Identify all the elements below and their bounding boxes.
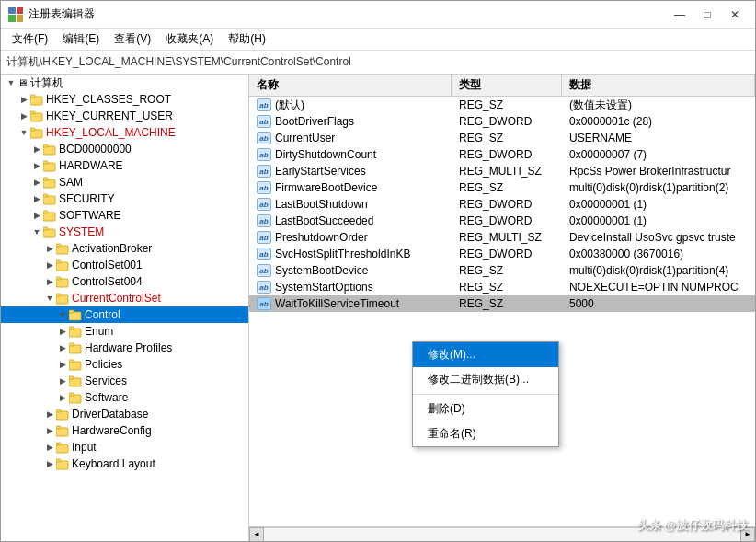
table-row[interactable]: ab EarlyStartServices REG_MULTI_SZ RpcSs… <box>249 163 755 179</box>
tree-item-software-sub[interactable]: ▶ Software <box>1 389 248 406</box>
expand-security[interactable]: ▶ <box>30 192 43 205</box>
main-window: 注册表编辑器 — □ ✕ 文件(F) 编辑(E) 查看(V) 收藏夹(A) 帮助… <box>0 0 756 542</box>
expand-controlset001[interactable]: ▶ <box>43 259 56 271</box>
value-name: SystemStartOptions <box>275 281 373 294</box>
svg-rect-17 <box>43 227 48 230</box>
tree-item-sam[interactable]: ▶ SAM <box>1 174 248 190</box>
context-menu-item-modify[interactable]: 修改(M)... <box>413 342 558 367</box>
tree-item-computer[interactable]: ▼ 🖥 计算机 <box>1 75 248 91</box>
expand-controlset004[interactable]: ▶ <box>43 275 56 288</box>
title-bar: 注册表编辑器 — □ ✕ <box>1 1 755 29</box>
expand-hardwareconfig[interactable]: ▶ <box>43 424 56 437</box>
tree-item-hardware[interactable]: ▶ HARDWARE <box>1 157 248 174</box>
horizontal-scrollbar[interactable]: ◄ ► <box>249 526 755 541</box>
menu-view[interactable]: 查看(V) <box>107 29 158 49</box>
table-row[interactable]: ab (默认) REG_SZ (数值未设置) <box>249 97 755 113</box>
tree-item-hkey-current-user[interactable]: ▶ HKEY_CURRENT_USER <box>1 108 248 124</box>
table-row[interactable]: ab CurrentUser REG_SZ USERNAME <box>249 130 755 146</box>
tree-item-software-root[interactable]: ▶ SOFTWARE <box>1 207 248 224</box>
menu-favorites[interactable]: 收藏夹(A) <box>158 29 221 49</box>
tree-item-currentcontrolset[interactable]: ▼ CurrentControlSet <box>1 290 248 306</box>
tree-item-controlset004[interactable]: ▶ ControlSet004 <box>1 273 248 290</box>
table-row[interactable]: ab FirmwareBootDevice REG_SZ multi(0)dis… <box>249 179 755 196</box>
context-menu-item-modify-binary[interactable]: 修改二进制数据(B)... <box>413 367 558 392</box>
value-name-cell: ab (默认) <box>249 97 452 114</box>
expand-hkey-classes-root[interactable]: ▶ <box>17 93 30 106</box>
expand-software-root[interactable]: ▶ <box>30 209 43 222</box>
minimize-button[interactable]: — <box>667 6 693 24</box>
table-row[interactable]: ab BootDriverFlags REG_DWORD 0x0000001c … <box>249 113 755 130</box>
expand-bcd[interactable]: ▶ <box>30 143 43 156</box>
tree-item-activationbroker[interactable]: ▶ ActivationBroker <box>1 240 248 257</box>
context-menu-item-rename[interactable]: 重命名(R) <box>413 421 558 446</box>
scroll-right-button[interactable]: ► <box>740 527 755 542</box>
tree-item-bcd00000000[interactable]: ▶ BCD00000000 <box>1 141 248 157</box>
expand-hardware[interactable]: ▶ <box>30 159 43 172</box>
table-row-waittokilltimeout[interactable]: ab WaitToKillServiceTimeout REG_SZ 5000 <box>249 295 755 312</box>
tree-label-hardwareconfig: HardwareConfig <box>72 424 152 437</box>
expand-driverdatabase[interactable]: ▶ <box>43 408 56 421</box>
tree-item-keyboard-layout[interactable]: ▶ Keyboard Layout <box>1 456 248 472</box>
tree-item-policies[interactable]: ▶ Policies <box>1 356 248 373</box>
expand-software-sub[interactable]: ▶ <box>56 391 69 404</box>
ab-icon: ab <box>257 231 271 244</box>
tree-item-controlset001[interactable]: ▶ ControlSet001 <box>1 257 248 273</box>
tree-item-security[interactable]: ▶ SECURITY <box>1 190 248 207</box>
table-row[interactable]: ab SystemBootDevice REG_SZ multi(0)disk(… <box>249 262 755 279</box>
table-row[interactable]: ab LastBootSucceeded REG_DWORD 0x0000000… <box>249 213 755 229</box>
ab-icon: ab <box>257 148 271 161</box>
close-button[interactable]: ✕ <box>722 6 748 24</box>
tree-item-input[interactable]: ▶ Input <box>1 439 248 456</box>
table-row[interactable]: ab SvcHostSplitThresholdInKB REG_DWORD 0… <box>249 246 755 262</box>
menu-help[interactable]: 帮助(H) <box>221 29 273 49</box>
value-data-cell: 0x00000001 (1) <box>562 197 755 212</box>
address-bar: 计算机\HKEY_LOCAL_MACHINE\SYSTEM\CurrentCon… <box>1 51 755 75</box>
menu-file[interactable]: 文件(F) <box>5 29 55 49</box>
expand-currentcontrolset[interactable]: ▼ <box>43 292 56 305</box>
maximize-button[interactable]: □ <box>694 6 720 24</box>
tree-item-hardwareconfig[interactable]: ▶ HardwareConfig <box>1 422 248 439</box>
tree-item-hkey-classes-root[interactable]: ▶ HKEY_CLASSES_ROOT <box>1 91 248 108</box>
expand-hkey-local-machine[interactable]: ▼ <box>17 126 30 139</box>
tree-item-enum[interactable]: ▶ Enum <box>1 323 248 340</box>
address-label: 计算机\HKEY_LOCAL_MACHINE\SYSTEM\CurrentCon… <box>6 54 351 70</box>
expand-hardware-profiles[interactable]: ▶ <box>56 341 69 354</box>
tree-item-driverdatabase[interactable]: ▶ DriverDatabase <box>1 406 248 422</box>
expand-policies[interactable]: ▶ <box>56 358 69 371</box>
value-data-cell: (数值未设置) <box>562 97 755 114</box>
tree-label-control: Control <box>85 308 120 321</box>
expand-sam[interactable]: ▶ <box>30 176 43 189</box>
tree-item-services[interactable]: ▶ Services <box>1 373 248 389</box>
value-name-cell: ab SystemBootDevice <box>249 263 452 278</box>
tree-item-control[interactable]: ▼ Control <box>1 306 248 323</box>
table-row[interactable]: ab DirtyShutdownCount REG_DWORD 0x000000… <box>249 146 755 163</box>
expand-input[interactable]: ▶ <box>43 441 56 454</box>
expand-computer[interactable]: ▼ <box>5 76 17 89</box>
value-data-cell: 0x00000001 (1) <box>562 213 755 228</box>
scroll-track[interactable] <box>264 527 740 542</box>
svg-rect-7 <box>43 144 48 147</box>
expand-activationbroker[interactable]: ▶ <box>43 242 56 255</box>
tree-item-system[interactable]: ▼ SYSTEM <box>1 224 248 240</box>
svg-rect-39 <box>56 409 61 412</box>
context-menu-item-delete[interactable]: 删除(D) <box>413 397 558 421</box>
scroll-left-button[interactable]: ◄ <box>249 527 264 542</box>
ab-icon: ab <box>257 198 271 211</box>
table-row[interactable]: ab PreshutdownOrder REG_MULTI_SZ DeviceI… <box>249 229 755 246</box>
expand-enum[interactable]: ▶ <box>56 325 69 338</box>
table-row[interactable]: ab LastBootShutdown REG_DWORD 0x00000001… <box>249 196 755 213</box>
value-data-cell: 0x00380000 (3670016) <box>562 247 755 261</box>
value-name-cell: ab LastBootSucceeded <box>249 213 452 228</box>
expand-services[interactable]: ▶ <box>56 375 69 387</box>
value-data-cell: 5000 <box>562 296 755 311</box>
table-row[interactable]: ab SystemStartOptions REG_SZ NOEXECUTE=O… <box>249 279 755 295</box>
tree-panel[interactable]: ▼ 🖥 计算机 ▶ HKEY_CLASSES_ROOT ▶ HKEY_CURRE… <box>1 75 249 541</box>
expand-hkey-current-user[interactable]: ▶ <box>17 110 30 122</box>
tree-item-hardware-profiles[interactable]: ▶ Hardware Profiles <box>1 340 248 356</box>
expand-control[interactable]: ▼ <box>56 308 69 321</box>
ab-icon: ab <box>257 132 271 144</box>
expand-system[interactable]: ▼ <box>30 225 43 238</box>
menu-edit[interactable]: 编辑(E) <box>55 29 107 49</box>
expand-keyboard-layout[interactable]: ▶ <box>43 457 56 470</box>
tree-item-hkey-local-machine[interactable]: ▼ HKEY_LOCAL_MACHINE <box>1 124 248 141</box>
